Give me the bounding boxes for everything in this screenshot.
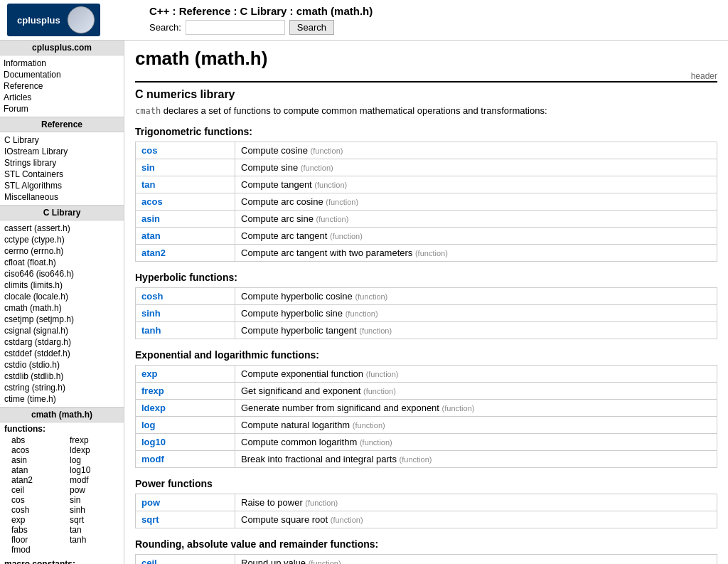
sidebar-func-cosh[interactable]: cosh	[11, 505, 61, 515]
sidebar-item-forum[interactable]: Forum	[4, 103, 120, 115]
func-exp-link[interactable]: exp	[141, 368, 157, 379]
sidebar-item-cstdio[interactable]: cstdio (stdio.h)	[4, 359, 119, 371]
sidebar-func-ceil[interactable]: ceil	[11, 485, 61, 495]
sidebar-func-tan[interactable]: tan	[70, 525, 119, 535]
sidebar-item-documentation[interactable]: Documentation	[4, 69, 120, 80]
sidebar-item-information[interactable]: Information	[4, 58, 120, 69]
func-log10-link[interactable]: log10	[141, 437, 166, 447]
sidebar-func-log10[interactable]: log10	[70, 465, 119, 475]
sidebar-item-cmath[interactable]: cmath (math.h)	[4, 302, 119, 314]
sidebar-func-pow[interactable]: pow	[70, 485, 119, 495]
func-sin-link[interactable]: sin	[141, 162, 155, 173]
sidebar-item-clibrary[interactable]: C Library	[4, 134, 119, 146]
func-atan2-desc: Compute arc tangent with two parameters …	[235, 245, 717, 262]
table-row: ldexp Generate number from significand a…	[136, 400, 717, 417]
func-ldexp-link[interactable]: ldexp	[141, 403, 166, 413]
func-modf-link[interactable]: modf	[141, 454, 164, 464]
func-log-desc: Compute natural logarithm (function)	[235, 417, 717, 434]
func-tan-desc: Compute tangent (function)	[235, 176, 717, 193]
func-ceil-link[interactable]: ceil	[141, 558, 157, 564]
sidebar-reference-title: Reference	[0, 117, 124, 132]
sidebar-func-modf[interactable]: modf	[70, 475, 119, 485]
func-asin-link[interactable]: asin	[141, 213, 160, 224]
sidebar-func-exp[interactable]: exp	[11, 515, 61, 525]
sidebar-item-cstdarg[interactable]: cstdarg (stdarg.h)	[4, 336, 119, 348]
sidebar-func-atan[interactable]: atan	[11, 465, 61, 475]
func-tan-link[interactable]: tan	[141, 179, 156, 190]
sidebar-func-fabs[interactable]: fabs	[11, 525, 61, 535]
sidebar-func-atan2[interactable]: atan2	[11, 475, 61, 485]
table-row: tan Compute tangent (function)	[136, 176, 717, 193]
sidebar-item-reference[interactable]: Reference	[4, 80, 120, 92]
func-sqrt-link[interactable]: sqrt	[141, 514, 159, 525]
table-row: exp Compute exponential function (functi…	[136, 366, 717, 383]
sidebar-func-acos[interactable]: acos	[11, 445, 61, 455]
func-log10-desc: Compute common logarithm (function)	[235, 434, 717, 451]
sidebar-item-cstdlib[interactable]: cstdlib (stdlib.h)	[4, 371, 119, 382]
table-row: modf Break into fractional and integral …	[136, 451, 717, 468]
section-hyperbolic: Hyperbolic functions:	[135, 272, 717, 283]
sidebar-item-cctype[interactable]: cctype (ctype.h)	[4, 234, 119, 245]
sidebar-func-sqrt[interactable]: sqrt	[70, 515, 119, 525]
func-atan-link[interactable]: atan	[141, 230, 161, 241]
func-acos-link[interactable]: acos	[141, 196, 163, 207]
sidebar-func-abs[interactable]: abs	[11, 435, 61, 445]
sidebar-item-cassert[interactable]: cassert (assert.h)	[4, 223, 119, 234]
sidebar-func-fmod[interactable]: fmod	[11, 545, 61, 555]
sidebar-item-iostream[interactable]: IOstream Library	[4, 146, 119, 157]
sidebar-item-clocale[interactable]: clocale (locale.h)	[4, 291, 119, 302]
func-sinh-desc: Compute hyperbolic sine (function)	[235, 305, 717, 322]
table-row: ceil Round up value (function)	[136, 555, 717, 565]
sidebar-functions-title: functions:	[0, 422, 124, 435]
sidebar-func-cos[interactable]: cos	[11, 495, 61, 505]
func-atan-desc: Compute arc tangent (function)	[235, 228, 717, 245]
func-cos-link[interactable]: cos	[141, 145, 157, 156]
sidebar-item-misc[interactable]: Miscellaneous	[4, 191, 119, 203]
sidebar-func-ldexp[interactable]: ldexp	[70, 445, 119, 455]
sidebar-item-csetjmp[interactable]: csetjmp (setjmp.h)	[4, 314, 119, 325]
sidebar-item-ciso646[interactable]: ciso646 (iso646.h)	[4, 268, 119, 280]
func-tanh-link[interactable]: tanh	[141, 325, 161, 336]
search-label: Search:	[149, 22, 181, 33]
sidebar-item-cstddef[interactable]: cstddef (stddef.h)	[4, 348, 119, 359]
sidebar-item-articles[interactable]: Articles	[4, 92, 120, 103]
logo-text: cplusplus	[17, 15, 60, 26]
sidebar: cplusplus.com Information Documentation …	[0, 41, 124, 564]
sidebar-item-strings[interactable]: Strings library	[4, 157, 119, 169]
header-label: header	[691, 71, 717, 81]
sidebar-func-asin[interactable]: asin	[11, 455, 61, 465]
sidebar-item-ctime[interactable]: ctime (time.h)	[4, 393, 119, 405]
sidebar-func-log[interactable]: log	[70, 455, 119, 465]
intro-text: cmath declares a set of functions to com…	[135, 105, 717, 116]
sidebar-func-frexp[interactable]: frexp	[70, 435, 119, 445]
table-row: cosh Compute hyperbolic cosine (function…	[136, 288, 717, 305]
section-power: Power functions	[135, 478, 717, 489]
func-atan2-link[interactable]: atan2	[141, 248, 166, 258]
sidebar-func-floor[interactable]: floor	[11, 535, 61, 545]
func-frexp-link[interactable]: frexp	[141, 385, 164, 396]
search-input[interactable]	[186, 20, 285, 35]
sidebar-item-cstring[interactable]: cstring (string.h)	[4, 382, 119, 393]
sidebar-item-csignal[interactable]: csignal (signal.h)	[4, 325, 119, 336]
sidebar-func-tanh[interactable]: tanh	[70, 535, 119, 545]
sidebar-item-stlcontainers[interactable]: STL Containers	[4, 169, 119, 180]
sidebar-item-climits[interactable]: climits (limits.h)	[4, 280, 119, 291]
sidebar-main-title: cplusplus.com	[0, 41, 124, 55]
func-pow-link[interactable]: pow	[141, 497, 160, 508]
table-row: asin Compute arc sine (function)	[136, 211, 717, 228]
search-button[interactable]: Search	[289, 20, 334, 35]
header-right: C++ : Reference : C Library : cmath (mat…	[142, 5, 721, 35]
table-row: sinh Compute hyperbolic sine (function)	[136, 305, 717, 322]
func-sinh-link[interactable]: sinh	[141, 308, 161, 319]
table-row: cos Compute cosine (function)	[136, 142, 717, 159]
sidebar-item-stlalgorithms[interactable]: STL Algorithms	[4, 180, 119, 191]
sidebar-func-sinh[interactable]: sinh	[70, 505, 119, 515]
sidebar-func-sin[interactable]: sin	[70, 495, 119, 505]
table-row: atan Compute arc tangent (function)	[136, 228, 717, 245]
sidebar-item-cerrno[interactable]: cerrno (errno.h)	[4, 245, 119, 257]
sidebar-item-cfloat[interactable]: cfloat (float.h)	[4, 257, 119, 268]
logo-area: cplusplus	[7, 4, 142, 36]
func-log-link[interactable]: log	[141, 420, 156, 430]
func-cosh-link[interactable]: cosh	[141, 291, 163, 302]
func-cos-desc: Compute cosine (function)	[235, 142, 717, 159]
